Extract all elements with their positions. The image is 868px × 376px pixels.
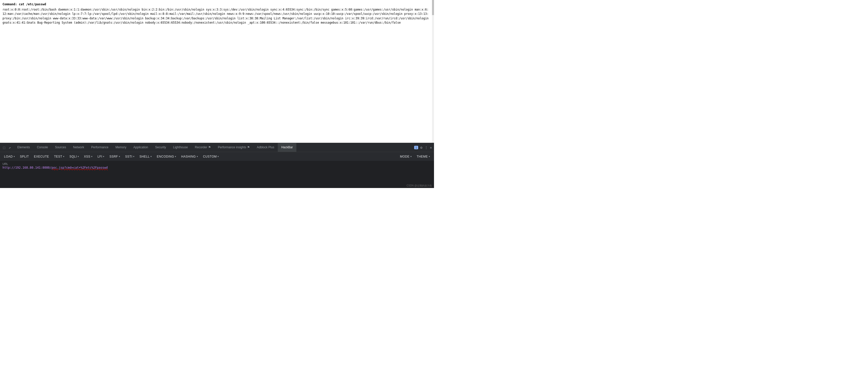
tab-elements[interactable]: Elements — [14, 143, 33, 152]
xss-arrow: ▾ — [91, 155, 93, 158]
shell-arrow: ▾ — [150, 155, 152, 158]
theme-arrow: ▾ — [429, 155, 430, 158]
scrollbar[interactable] — [432, 0, 434, 143]
hashing-button[interactable]: HASHING ▾ — [179, 154, 200, 160]
tab-network[interactable]: Network — [69, 143, 88, 152]
toolbar-bar: LOAD ▾ SPLIT EXECUTE TEST ▾ SQLI ▾ XSS ▾… — [0, 152, 434, 161]
tab-security[interactable]: Security — [152, 143, 169, 152]
tab-lighthouse[interactable]: Lighthouse — [169, 143, 191, 152]
url-value[interactable]: http://192.168.80.141:8080/poc.jsp?cmd=c… — [2, 166, 432, 169]
url-label: URL — [2, 162, 432, 165]
xss-button[interactable]: XSS ▾ — [82, 154, 94, 160]
ssrf-button[interactable]: SSRF ▾ — [107, 154, 122, 160]
lfi-button[interactable]: LFI ▾ — [95, 154, 106, 160]
toolbar-right: MODE ▾ THEME ▾ — [398, 154, 432, 160]
tab-console[interactable]: Console — [33, 143, 52, 152]
ssrf-arrow: ▾ — [119, 155, 120, 158]
tab-performance-insights[interactable]: Performance insights ⚑ — [215, 143, 253, 152]
tab-recorder[interactable]: Recorder ⚑ — [191, 143, 215, 152]
tab-application[interactable]: Application — [130, 143, 152, 152]
theme-button[interactable]: THEME ▾ — [415, 154, 432, 160]
url-bar: URL http://192.168.80.141:8080/poc.jsp?c… — [0, 161, 434, 170]
hashing-arrow: ▾ — [197, 155, 198, 158]
load-button[interactable]: LOAD ▾ — [2, 154, 17, 160]
split-button[interactable]: SPLIT — [18, 154, 31, 160]
lfi-arrow: ▾ — [103, 155, 104, 158]
load-arrow: ▾ — [13, 155, 15, 158]
more-icon[interactable]: ⋮ — [425, 146, 428, 149]
tab-adblock-plus[interactable]: Adblock Plus — [253, 143, 278, 152]
sqli-arrow: ▾ — [78, 155, 79, 158]
tab-icons: ⬚ ↗ — [0, 145, 14, 150]
ssti-arrow: ▾ — [133, 155, 135, 158]
encoding-button[interactable]: ENCODING ▾ — [155, 154, 178, 160]
custom-button[interactable]: CUSTOM ▾ — [201, 154, 221, 160]
settings-icon[interactable]: ⚙ — [420, 146, 422, 149]
mode-button[interactable]: MODE ▾ — [398, 154, 414, 160]
test-arrow: ▾ — [63, 155, 65, 158]
tab-right-icons: 1 ⚙ ⋮ ✕ — [414, 146, 434, 149]
test-button[interactable]: TEST ▾ — [52, 154, 66, 160]
command-line: Command: cat /etc/passwd — [2, 2, 430, 6]
dock-icon[interactable]: ⬚ — [2, 145, 6, 150]
custom-arrow: ▾ — [217, 155, 219, 158]
badge: 1 — [414, 146, 418, 149]
watermark: CSDN @过期的叔力告 — [407, 184, 432, 187]
tab-sources[interactable]: Sources — [52, 143, 69, 152]
output-text: root:x:0:0:root:/root:/bin/bash daemon:x… — [2, 7, 430, 25]
inspect-icon[interactable]: ↗ — [7, 145, 11, 150]
tab-hackbar[interactable]: HackBar — [278, 143, 297, 152]
tab-bar: ⬚ ↗ Elements Console Sources Network Per… — [0, 143, 434, 152]
execute-button[interactable]: EXECUTE — [32, 154, 51, 160]
sqli-button[interactable]: SQLI ▾ — [67, 154, 81, 160]
mode-arrow: ▾ — [410, 155, 412, 158]
tab-performance[interactable]: Performance — [88, 143, 112, 152]
shell-button[interactable]: SHELL ▾ — [137, 154, 154, 160]
devtools-panel: ⬚ ↗ Elements Console Sources Network Per… — [0, 143, 434, 188]
scrollbar-thumb[interactable] — [432, 0, 434, 15]
main-content: Command: cat /etc/passwd root:x:0:0:root… — [0, 0, 432, 143]
encoding-arrow: ▾ — [175, 155, 176, 158]
tab-memory[interactable]: Memory — [112, 143, 130, 152]
ssti-button[interactable]: SSTI ▾ — [123, 154, 136, 160]
close-icon[interactable]: ✕ — [430, 146, 432, 149]
